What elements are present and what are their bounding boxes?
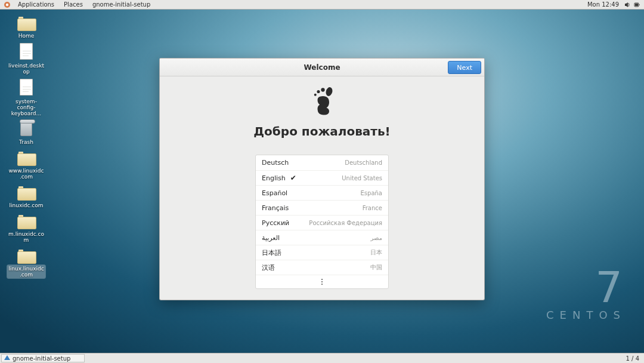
desktop-icon-label: Trash	[18, 139, 35, 146]
desktop-icon[interactable]: www.linuxidc.com	[7, 149, 45, 180]
svg-point-6	[321, 88, 324, 91]
clock[interactable]: Mon 12:49	[583, 1, 624, 8]
app-icon	[4, 355, 10, 361]
language-country: Российская Федерация	[309, 220, 382, 226]
language-country: Deutschland	[345, 159, 382, 166]
desktop-icon[interactable]: Home	[7, 14, 45, 39]
svg-rect-4	[635, 4, 638, 6]
folder-icon	[17, 213, 35, 228]
desktop-icon-label: linuxidc.com	[8, 202, 45, 209]
desktop-icon-label: linux.linuxidc.com	[7, 265, 45, 278]
desktop-icon[interactable]: linuxidc.com	[7, 184, 45, 209]
language-country: 日本	[370, 248, 382, 257]
desktop-icon-label: Home	[17, 32, 36, 39]
check-icon: ✔	[290, 174, 296, 182]
language-list: DeutschDeutschlandEnglish✔United StatesE…	[255, 155, 389, 289]
language-more-button[interactable]	[256, 275, 388, 288]
desktop-icon[interactable]: linux.linuxidc.com	[7, 247, 45, 278]
desktop-icons: Homeliveinst.desktopsystem-config-keyboa…	[7, 14, 45, 278]
language-row[interactable]: РусскийРоссийская Федерация	[256, 215, 388, 230]
dialog-header[interactable]: Welcome Next	[160, 59, 484, 76]
gnome-foot-icon	[308, 87, 336, 116]
svg-point-1	[6, 3, 8, 5]
file-icon	[20, 43, 33, 60]
focused-app-menu[interactable]: gnome-initial-setup	[88, 1, 155, 8]
top-panel: Applications Places gnome-initial-setup …	[0, 0, 644, 10]
welcome-heading: Добро пожаловать!	[253, 124, 390, 139]
battery-icon[interactable]	[633, 1, 640, 8]
task-label: gnome-initial-setup	[13, 355, 70, 362]
places-menu[interactable]: Places	[59, 1, 88, 8]
desktop-icon[interactable]: liveinst.desktop	[7, 43, 45, 75]
initial-setup-window: Welcome Next Добро пожаловать! DeutschDe…	[159, 58, 485, 300]
activities-icon	[4, 1, 11, 8]
file-icon	[20, 79, 33, 96]
next-button[interactable]: Next	[448, 61, 481, 74]
more-icon	[321, 279, 323, 285]
svg-point-8	[314, 94, 317, 96]
desktop-icon[interactable]: system-config-keyboard...	[7, 79, 45, 117]
language-country: 中国	[370, 263, 382, 272]
centos-number: 7	[546, 262, 626, 312]
desktop-icon[interactable]: Trash	[7, 121, 45, 146]
language-row[interactable]: EspañolEspaña	[256, 185, 388, 200]
language-name: Français	[262, 204, 289, 212]
folder-icon	[17, 184, 35, 199]
system-tray	[624, 1, 644, 8]
language-name: العربية	[262, 234, 280, 242]
taskbar-task-gnome-initial-setup[interactable]: gnome-initial-setup	[1, 354, 85, 362]
language-country: مصر	[370, 235, 382, 241]
language-row[interactable]: العربيةمصر	[256, 230, 388, 245]
language-row[interactable]: FrançaisFrance	[256, 200, 388, 215]
centos-word: CENTOS	[546, 309, 626, 321]
dialog-body: Добро пожаловать! DeutschDeutschlandEngl…	[160, 76, 484, 300]
language-country: United States	[342, 175, 382, 182]
language-name: Español	[262, 189, 287, 197]
language-name: 汉语	[262, 263, 275, 272]
desktop-icon-label: m.linuxidc.com	[7, 230, 45, 244]
svg-marker-9	[4, 355, 10, 360]
desktop-icon[interactable]: m.linuxidc.com	[7, 213, 45, 244]
svg-rect-3	[639, 4, 640, 5]
language-row[interactable]: 汉语中国	[256, 260, 388, 275]
wallpaper-brand: 7 CENTOS	[546, 262, 626, 321]
language-row[interactable]: DeutschDeutschland	[256, 155, 388, 170]
language-name: 日本語	[262, 248, 281, 257]
volume-icon[interactable]	[624, 1, 631, 8]
dialog-title: Welcome	[304, 63, 340, 72]
language-name: Deutsch	[262, 159, 289, 167]
trash-icon	[20, 121, 32, 136]
desktop-background: Applications Places gnome-initial-setup …	[0, 0, 644, 363]
bottom-panel: gnome-initial-setup 1 / 4	[0, 353, 644, 363]
folder-icon	[17, 149, 35, 165]
workspace-indicator[interactable]: 1 / 4	[621, 355, 644, 362]
language-row[interactable]: English✔United States	[256, 170, 388, 185]
language-country: España	[361, 190, 382, 196]
desktop-icon-label: system-config-keyboard...	[7, 98, 45, 117]
folder-icon	[17, 14, 35, 30]
svg-point-7	[317, 90, 320, 93]
svg-point-5	[325, 87, 333, 97]
folder-icon	[17, 247, 35, 263]
language-country: France	[363, 205, 382, 211]
language-row[interactable]: 日本語日本	[256, 245, 388, 260]
language-name: Русский	[262, 219, 289, 227]
language-name: English	[262, 174, 286, 182]
applications-menu[interactable]: Applications	[13, 1, 59, 8]
desktop-icon-label: liveinst.desktop	[7, 62, 45, 75]
desktop-icon-label: www.linuxidc.com	[7, 167, 45, 180]
